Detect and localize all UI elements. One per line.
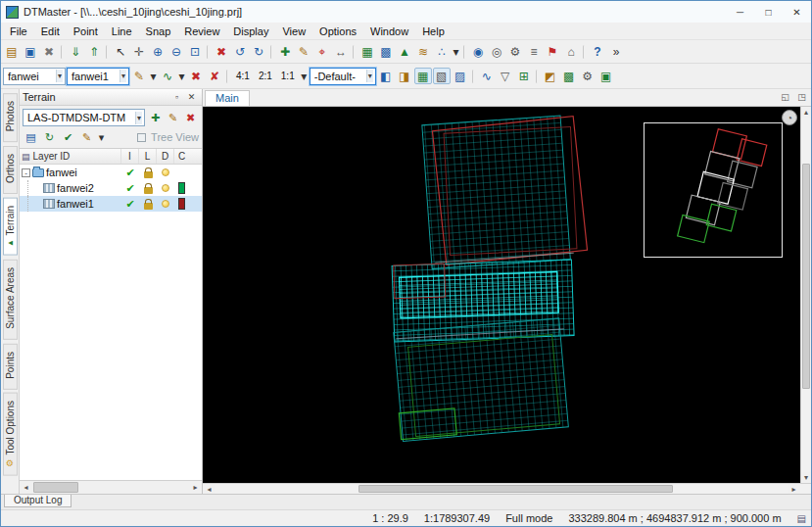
sidebar-tab-points[interactable]: Points	[3, 344, 18, 390]
validate-layers-icon[interactable]: ✔	[60, 129, 76, 145]
menu-item-review[interactable]: Review	[177, 24, 226, 38]
sidebar-tab-orthos[interactable]: Orthos	[3, 146, 18, 194]
menu-item-help[interactable]: Help	[415, 24, 452, 38]
import-data-icon[interactable]: ⇓	[67, 43, 84, 60]
menu-item-line[interactable]: Line	[105, 24, 139, 38]
scroll-right-icon[interactable]: ▸	[788, 484, 800, 494]
horizontal-scrollbar[interactable]: ◂ ▸	[203, 483, 811, 494]
snap-marker-icon[interactable]: ⌖	[313, 43, 331, 60]
scrollbar-thumb[interactable]	[358, 485, 673, 493]
zoom-ratio-1-1[interactable]: 1:1	[277, 69, 299, 83]
scroll-up-icon[interactable]: ▴	[801, 107, 811, 118]
close-panel-icon[interactable]: ✕	[184, 90, 199, 104]
column-header-display[interactable]: D	[157, 149, 174, 164]
sidebar-tab-photos[interactable]: Photos	[3, 93, 18, 142]
delete-icon[interactable]: ✖	[213, 43, 230, 60]
edit-terrain-icon[interactable]: ✎	[165, 110, 181, 125]
edit-attributes-icon[interactable]: ✎	[78, 129, 95, 145]
tab-main[interactable]: Main	[205, 90, 250, 106]
import-check-icon[interactable]: ✔	[125, 167, 134, 179]
scroll-down-icon[interactable]: ▾	[801, 472, 811, 483]
chevron-down-icon[interactable]: ▾	[56, 70, 63, 82]
zoom-in-icon[interactable]: ⊕	[149, 43, 167, 60]
add-point-icon[interactable]: ✚	[276, 43, 294, 60]
close-button[interactable]: ✕	[783, 1, 811, 23]
hillshade-icon[interactable]: ◨	[396, 68, 413, 84]
delete-terrain-icon[interactable]: ✖	[182, 110, 199, 125]
boundary-combo[interactable]: fanwei ▾	[3, 68, 66, 85]
layer-combo[interactable]: fanwei1 ▾	[67, 68, 129, 85]
delete-all-icon[interactable]: ✘	[206, 68, 223, 84]
visibility-bulb-icon[interactable]	[162, 168, 169, 176]
view-navigator-icon[interactable]: ◔	[782, 110, 797, 125]
table-row-fanwei[interactable]: - fanwei ✔	[20, 165, 202, 180]
tin-toggle-icon[interactable]: ▧	[433, 68, 451, 84]
smooth-tool-icon[interactable]: ∿	[478, 68, 496, 84]
tree-expander-icon[interactable]: -	[22, 168, 30, 177]
terrain-model-combo[interactable]: LAS-DTMDSM-DTM ▾	[23, 109, 145, 126]
menu-item-window[interactable]: Window	[363, 24, 415, 38]
zoom-out-icon[interactable]: ⊖	[167, 43, 185, 60]
default-style-combo[interactable]: -Default- ▾	[310, 68, 376, 85]
open-project-icon[interactable]: ▤	[3, 43, 21, 60]
undo-icon[interactable]: ↺	[231, 43, 249, 60]
interpolation-icon[interactable]: ◧	[377, 68, 395, 84]
overview-map[interactable]	[644, 122, 783, 258]
terrain-canvas[interactable]: ◔	[203, 107, 800, 483]
edit-boundary-caret-icon[interactable]: ▾	[149, 68, 158, 84]
menu-item-point[interactable]: Point	[67, 24, 105, 38]
sidebar-tab-surface-areas[interactable]: Surface Areas	[3, 260, 18, 340]
mesh-display-icon[interactable]: ▩	[377, 43, 395, 60]
clipboard-icon[interactable]: ▤	[797, 513, 806, 524]
terrain-display-icon[interactable]: ▲	[396, 43, 413, 60]
visibility-bulb-icon[interactable]	[162, 200, 169, 208]
delete-feature-icon[interactable]: ✖	[187, 68, 205, 84]
texture-icon[interactable]: ▩	[560, 68, 578, 84]
maximize-view-icon[interactable]: ◳	[794, 90, 809, 104]
sidebar-tab-tool-options[interactable]: ⚙ Tool Options	[3, 393, 18, 476]
menu-item-display[interactable]: Display	[226, 24, 275, 38]
flag-icon[interactable]: ⚑	[544, 43, 561, 60]
redo-icon[interactable]: ↻	[250, 43, 267, 60]
pin-icon[interactable]: ▫	[169, 90, 184, 104]
edit-point-icon[interactable]: ✎	[295, 43, 312, 60]
scrollbar-thumb[interactable]	[33, 482, 78, 493]
select-tool-icon[interactable]: ↖	[112, 43, 129, 60]
menu-item-options[interactable]: Options	[312, 24, 363, 38]
column-header-color[interactable]: C	[174, 149, 189, 164]
scroll-left-icon[interactable]: ◂	[20, 481, 32, 494]
grid-toggle-icon[interactable]: ▦	[414, 68, 432, 84]
display-caret-icon[interactable]: ▾	[452, 43, 460, 60]
edit-boundary-icon[interactable]: ✎	[130, 68, 148, 84]
sidebar-tab-terrain[interactable]: ▲ Terrain	[3, 198, 18, 256]
import-check-icon[interactable]: ✔	[125, 198, 134, 211]
zoom-extents-icon[interactable]: ⊡	[186, 43, 204, 60]
visibility-bulb-icon[interactable]	[162, 184, 169, 192]
stereo-view-icon[interactable]: ◉	[469, 43, 487, 60]
vertical-scrollbar[interactable]: ▴ ▾	[800, 107, 811, 483]
draw-polyline-caret-icon[interactable]: ▾	[177, 68, 186, 84]
home-view-icon[interactable]: ⌂	[562, 43, 580, 60]
zoom-ratio-4-1[interactable]: 4:1	[232, 69, 254, 83]
pan-tool-icon[interactable]: ✛	[130, 43, 148, 60]
lock-icon[interactable]	[144, 171, 153, 178]
close-project-icon[interactable]: ✖	[40, 43, 58, 60]
chevron-down-icon[interactable]: ▾	[119, 70, 126, 82]
table-row-fanwei2[interactable]: fanwei2 ✔	[20, 180, 202, 196]
export-data-icon[interactable]: ⇑	[85, 43, 103, 60]
zoom-ratio-2-1[interactable]: 2:1	[255, 69, 276, 83]
dtm-toggle-icon[interactable]: ▨	[452, 68, 469, 84]
menu-item-snap[interactable]: Snap	[139, 24, 178, 38]
help-icon[interactable]: ?	[589, 43, 606, 60]
zoom-ratio-caret-icon[interactable]: ▾	[300, 68, 309, 84]
toolbar-overflow-icon[interactable]: »	[607, 43, 625, 60]
menu-item-view[interactable]: View	[275, 24, 312, 38]
save-edits-icon[interactable]: ▤	[23, 129, 39, 145]
menu-item-file[interactable]: File	[3, 24, 34, 38]
import-check-icon[interactable]: ✔	[125, 182, 134, 195]
panel-horizontal-scrollbar[interactable]: ◂ ▸	[20, 480, 202, 494]
refresh-layers-icon[interactable]: ↻	[41, 129, 58, 145]
draw-polyline-icon[interactable]: ∿	[159, 68, 176, 84]
grid-display-icon[interactable]: ▦	[358, 43, 376, 60]
scroll-left-icon[interactable]: ◂	[203, 484, 215, 494]
